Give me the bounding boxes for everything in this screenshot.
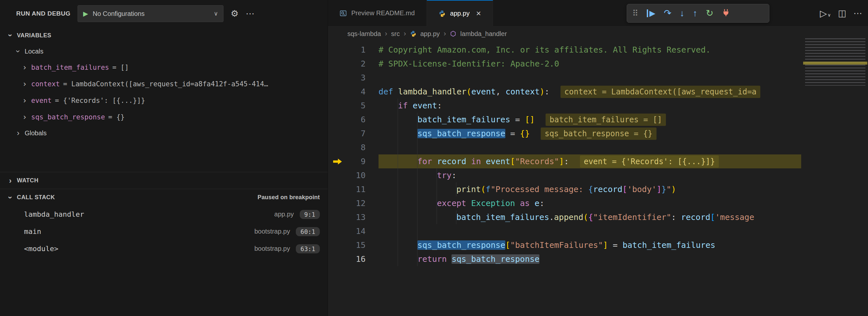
- line-number: 15: [328, 238, 378, 252]
- code-line[interactable]: 3: [328, 71, 801, 85]
- line-content[interactable]: sqs_batch_response = {}sqs_batch_respons…: [378, 127, 801, 140]
- editor-gutter[interactable]: 16: [328, 252, 378, 266]
- editor-gutter[interactable]: 9: [328, 154, 378, 168]
- editor-gutter[interactable]: 14: [328, 224, 378, 238]
- step-out-icon[interactable]: ↑: [693, 9, 698, 18]
- editor-gutter[interactable]: 10: [328, 168, 378, 182]
- frame-file: bootstrap.py: [254, 228, 290, 235]
- continue-icon[interactable]: ▶: [647, 9, 655, 17]
- editor-gutter[interactable]: 1: [328, 43, 378, 57]
- line-content[interactable]: return sqs_batch_response: [378, 252, 801, 266]
- variable-name: batch_item_failures: [31, 64, 109, 71]
- line-content[interactable]: try:: [378, 168, 801, 182]
- editor-gutter[interactable]: 12: [328, 196, 378, 210]
- code-line[interactable]: 6batch_item_failures = []batch_item_fail…: [328, 113, 801, 127]
- line-content[interactable]: batch_item_failures = []batch_item_failu…: [378, 113, 801, 127]
- variable-sqs_batch_response[interactable]: › sqs_batch_response = {}: [0, 109, 328, 125]
- line-content[interactable]: [378, 140, 801, 154]
- stack-frame-module[interactable]: <module> bootstrap.py 63:1: [0, 240, 328, 257]
- line-content[interactable]: except Exception as e:: [378, 196, 801, 210]
- variable-batch_item_failures[interactable]: › batch_item_failures = []: [0, 59, 328, 75]
- breadcrumb-item-folder[interactable]: src: [391, 30, 400, 38]
- code-line[interactable]: 4def lambda_handler(event, context):cont…: [328, 85, 801, 99]
- editor-gutter[interactable]: 13: [328, 210, 378, 224]
- gear-icon[interactable]: ⚙: [230, 9, 239, 18]
- debug-toolbar: ⠿ ▶ ↷ ↓ ↑ ↻: [627, 4, 769, 23]
- step-into-icon[interactable]: ↓: [680, 9, 684, 18]
- variables-section-header[interactable]: › VARIABLES: [0, 27, 328, 43]
- code-line[interactable]: 1# Copyright Amazon.com, Inc. or its aff…: [328, 43, 801, 57]
- code-line[interactable]: 10try:: [328, 168, 801, 182]
- code-line[interactable]: 15sqs_batch_response["batchItemFailures"…: [328, 238, 801, 252]
- line-content[interactable]: batch_item_failures.append({"itemIdentif…: [378, 210, 801, 224]
- scope-globals[interactable]: › Globals: [0, 125, 328, 141]
- code-line[interactable]: 13batch_item_failures.append({"itemIdent…: [328, 210, 801, 224]
- code-line[interactable]: 11print(f"Processed message: {record['bo…: [328, 182, 801, 196]
- more-actions-icon[interactable]: ⋯: [246, 9, 255, 18]
- editor-gutter[interactable]: 3: [328, 71, 378, 85]
- variable-value: = []: [112, 64, 129, 71]
- code-line[interactable]: 14: [328, 224, 801, 238]
- disconnect-icon[interactable]: [722, 8, 730, 19]
- editor-gutter[interactable]: 11: [328, 182, 378, 196]
- tab-preview-readme[interactable]: Preview README.md: [328, 0, 427, 26]
- editor-gutter[interactable]: 8: [328, 140, 378, 154]
- code-text: return sqs_batch_response: [417, 252, 539, 266]
- line-content[interactable]: for record in event["Records"]:event = {…: [378, 154, 801, 168]
- editor-gutter[interactable]: 6: [328, 113, 378, 127]
- line-content[interactable]: [378, 71, 801, 85]
- line-content[interactable]: [378, 224, 801, 238]
- line-number: 1: [328, 43, 378, 57]
- editor-gutter[interactable]: 7: [328, 127, 378, 140]
- line-content[interactable]: if event:: [378, 99, 801, 113]
- code-line[interactable]: 7sqs_batch_response = {}sqs_batch_respon…: [328, 127, 801, 140]
- indent-guides: [378, 113, 417, 127]
- code-text: batch_item_failures = []: [417, 113, 534, 127]
- scope-locals[interactable]: › Locals: [0, 43, 328, 59]
- split-editor-icon[interactable]: ◫: [838, 9, 846, 18]
- stack-frame-main[interactable]: main bootstrap.py 60:1: [0, 223, 328, 240]
- breadcrumb: sqs-lambda › src › app.py › lambda_handl…: [328, 27, 868, 41]
- stack-frame-lambda_handler[interactable]: lambda_handler app.py 9:1: [0, 206, 328, 223]
- breadcrumb-item-symbol[interactable]: lambda_handler: [460, 30, 507, 38]
- start-debugging-icon[interactable]: ▶: [83, 10, 88, 18]
- close-icon[interactable]: ×: [476, 8, 481, 19]
- call-stack-frames: lambda_handler app.py 9:1 main bootstrap…: [0, 206, 328, 257]
- editor-gutter[interactable]: 15: [328, 238, 378, 252]
- code-line[interactable]: 5if event:: [328, 99, 801, 113]
- variable-context[interactable]: › context = LambdaContext([aws_request_i…: [0, 75, 328, 92]
- line-number: 10: [328, 168, 378, 182]
- tab-app-py[interactable]: app.py ×: [427, 0, 493, 27]
- variable-event[interactable]: › event = {'Records': [{...}]}: [0, 92, 328, 109]
- code-line[interactable]: 2# SPDX-License-Identifier: Apache-2.0: [328, 57, 801, 71]
- code-area[interactable]: 1# Copyright Amazon.com, Inc. or its aff…: [328, 41, 801, 266]
- editor-gutter[interactable]: 4: [328, 85, 378, 99]
- debug-config-dropdown[interactable]: ▶ No Configurations ∨: [78, 5, 223, 22]
- breadcrumb-item-folder[interactable]: sqs-lambda: [347, 30, 381, 38]
- step-over-icon[interactable]: ↷: [664, 9, 672, 18]
- code-line[interactable]: 9for record in event["Records"]:event = …: [328, 154, 801, 168]
- tab-label: Preview README.md: [351, 9, 415, 17]
- code-text: if event:: [398, 99, 442, 113]
- editor-gutter[interactable]: 2: [328, 57, 378, 71]
- line-content[interactable]: def lambda_handler(event, context):conte…: [378, 85, 801, 99]
- run-python-file-button[interactable]: ▷ ∨: [820, 8, 831, 19]
- code-line[interactable]: 8: [328, 140, 801, 154]
- watch-section-header[interactable]: › WATCH: [0, 172, 328, 189]
- line-content[interactable]: # Copyright Amazon.com, Inc. or its affi…: [378, 43, 801, 57]
- code-line[interactable]: 16return sqs_batch_response: [328, 252, 801, 266]
- drag-handle-icon[interactable]: ⠿: [632, 9, 638, 18]
- watch-section-label: WATCH: [17, 177, 39, 184]
- variable-name: event: [31, 97, 52, 104]
- minimap[interactable]: [805, 38, 865, 86]
- editor-gutter[interactable]: 5: [328, 99, 378, 113]
- line-number: 4: [328, 85, 378, 99]
- line-content[interactable]: print(f"Processed message: {record['body…: [378, 182, 801, 196]
- more-actions-icon[interactable]: ⋯: [854, 9, 862, 18]
- code-line[interactable]: 12except Exception as e:: [328, 196, 801, 210]
- line-content[interactable]: # SPDX-License-Identifier: Apache-2.0: [378, 57, 801, 71]
- breadcrumb-item-file[interactable]: app.py: [421, 30, 440, 38]
- line-content[interactable]: sqs_batch_response["batchItemFailures"] …: [378, 238, 801, 252]
- restart-icon[interactable]: ↻: [706, 9, 713, 18]
- call-stack-section-header[interactable]: › CALL STACK Paused on breakpoint: [0, 189, 328, 206]
